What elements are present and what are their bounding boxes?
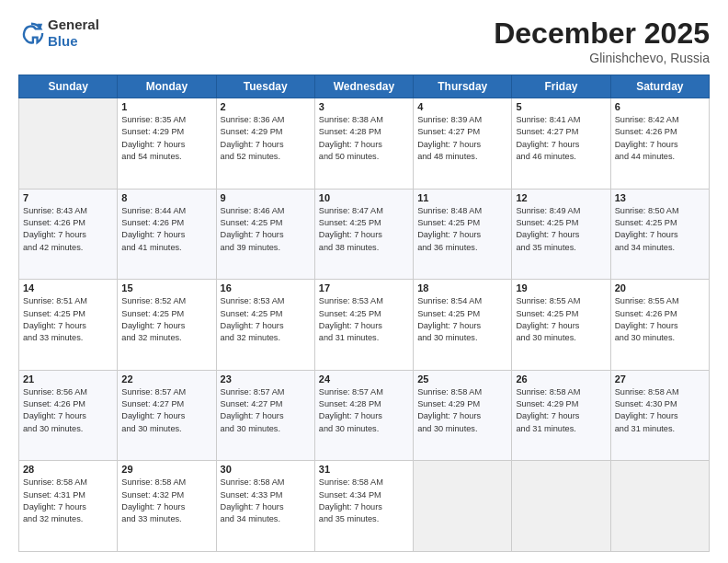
cell-info: Sunrise: 8:58 AMSunset: 4:32 PMDaylight:… — [121, 477, 211, 525]
cell-info: Sunrise: 8:35 AMSunset: 4:29 PMDaylight:… — [121, 114, 211, 163]
calendar-cell: 10Sunrise: 8:47 AMSunset: 4:25 PMDayligh… — [314, 189, 413, 280]
calendar-cell — [610, 461, 709, 552]
day-number: 25 — [417, 373, 507, 385]
calendar-cell: 1Sunrise: 8:35 AMSunset: 4:29 PMDaylight… — [118, 98, 216, 190]
cell-info: Sunrise: 8:43 AMSunset: 4:26 PMDaylight:… — [23, 205, 113, 254]
day-header-saturday: Saturday — [610, 75, 709, 98]
calendar-cell: 17Sunrise: 8:53 AMSunset: 4:25 PMDayligh… — [314, 280, 413, 371]
day-number: 22 — [121, 373, 211, 385]
day-number: 30 — [221, 464, 311, 475]
cell-info: Sunrise: 8:56 AMSunset: 4:26 PMDaylight:… — [23, 386, 113, 435]
calendar-cell: 8Sunrise: 8:44 AMSunset: 4:26 PMDaylight… — [118, 189, 216, 280]
cell-info: Sunrise: 8:58 AMSunset: 4:29 PMDaylight:… — [417, 386, 507, 435]
cell-info: Sunrise: 8:47 AMSunset: 4:25 PMDaylight:… — [319, 205, 409, 254]
cell-info: Sunrise: 8:46 AMSunset: 4:25 PMDaylight:… — [221, 205, 311, 254]
day-header-row: SundayMondayTuesdayWednesdayThursdayFrid… — [19, 75, 710, 98]
cell-info: Sunrise: 8:57 AMSunset: 4:27 PMDaylight:… — [221, 386, 311, 435]
month-title: December 2025 — [494, 17, 710, 51]
calendar-cell: 7Sunrise: 8:43 AMSunset: 4:26 PMDaylight… — [19, 189, 118, 280]
title-block: December 2025 Glinishchevo, Russia — [494, 17, 710, 65]
calendar-cell: 14Sunrise: 8:51 AMSunset: 4:25 PMDayligh… — [19, 280, 118, 371]
cell-info: Sunrise: 8:41 AMSunset: 4:27 PMDaylight:… — [516, 114, 606, 163]
day-number: 14 — [23, 282, 113, 293]
cell-info: Sunrise: 8:55 AMSunset: 4:26 PMDaylight:… — [615, 295, 705, 344]
calendar-cell: 2Sunrise: 8:36 AMSunset: 4:29 PMDaylight… — [216, 98, 314, 190]
calendar-cell — [512, 461, 610, 552]
location: Glinishchevo, Russia — [494, 51, 710, 65]
week-row-0: 1Sunrise: 8:35 AMSunset: 4:29 PMDaylight… — [19, 98, 710, 190]
calendar-cell: 23Sunrise: 8:57 AMSunset: 4:27 PMDayligh… — [216, 370, 314, 461]
day-number: 3 — [319, 101, 409, 112]
calendar-cell: 21Sunrise: 8:56 AMSunset: 4:26 PMDayligh… — [19, 370, 118, 461]
day-number: 27 — [615, 373, 705, 385]
calendar-cell — [19, 98, 118, 190]
calendar-cell: 3Sunrise: 8:38 AMSunset: 4:28 PMDaylight… — [314, 98, 413, 190]
calendar-cell: 11Sunrise: 8:48 AMSunset: 4:25 PMDayligh… — [414, 189, 512, 280]
logo: General Blue — [18, 17, 99, 50]
day-number: 16 — [221, 282, 311, 293]
cell-info: Sunrise: 8:44 AMSunset: 4:26 PMDaylight:… — [121, 205, 211, 254]
calendar-cell: 26Sunrise: 8:58 AMSunset: 4:29 PMDayligh… — [512, 370, 610, 461]
calendar-cell: 4Sunrise: 8:39 AMSunset: 4:27 PMDaylight… — [414, 98, 512, 190]
calendar-cell: 25Sunrise: 8:58 AMSunset: 4:29 PMDayligh… — [414, 370, 512, 461]
calendar-cell: 30Sunrise: 8:58 AMSunset: 4:33 PMDayligh… — [216, 461, 314, 552]
day-number: 8 — [121, 192, 211, 203]
week-row-4: 28Sunrise: 8:58 AMSunset: 4:31 PMDayligh… — [19, 461, 710, 552]
calendar-cell: 28Sunrise: 8:58 AMSunset: 4:31 PMDayligh… — [19, 461, 118, 552]
day-header-friday: Friday — [512, 75, 610, 98]
cell-info: Sunrise: 8:58 AMSunset: 4:34 PMDaylight:… — [319, 477, 409, 525]
calendar-cell: 31Sunrise: 8:58 AMSunset: 4:34 PMDayligh… — [314, 461, 413, 552]
cell-info: Sunrise: 8:58 AMSunset: 4:31 PMDaylight:… — [23, 477, 113, 525]
calendar-cell: 9Sunrise: 8:46 AMSunset: 4:25 PMDaylight… — [216, 189, 314, 280]
cell-info: Sunrise: 8:58 AMSunset: 4:30 PMDaylight:… — [615, 386, 705, 435]
cell-info: Sunrise: 8:38 AMSunset: 4:28 PMDaylight:… — [319, 114, 409, 163]
week-row-3: 21Sunrise: 8:56 AMSunset: 4:26 PMDayligh… — [19, 370, 710, 461]
cell-info: Sunrise: 8:54 AMSunset: 4:25 PMDaylight:… — [417, 295, 507, 344]
cell-info: Sunrise: 8:57 AMSunset: 4:27 PMDaylight:… — [121, 386, 211, 435]
day-number: 31 — [319, 464, 409, 475]
calendar-cell: 29Sunrise: 8:58 AMSunset: 4:32 PMDayligh… — [118, 461, 216, 552]
calendar-table: SundayMondayTuesdayWednesdayThursdayFrid… — [18, 75, 710, 552]
day-number: 1 — [121, 101, 211, 112]
cell-info: Sunrise: 8:36 AMSunset: 4:29 PMDaylight:… — [221, 114, 311, 163]
calendar-cell: 22Sunrise: 8:57 AMSunset: 4:27 PMDayligh… — [118, 370, 216, 461]
day-number: 21 — [23, 373, 113, 385]
cell-info: Sunrise: 8:42 AMSunset: 4:26 PMDaylight:… — [615, 114, 705, 163]
day-header-sunday: Sunday — [19, 75, 118, 98]
day-number: 17 — [319, 282, 409, 293]
calendar-cell: 15Sunrise: 8:52 AMSunset: 4:25 PMDayligh… — [118, 280, 216, 371]
day-header-wednesday: Wednesday — [314, 75, 413, 98]
cell-info: Sunrise: 8:51 AMSunset: 4:25 PMDaylight:… — [23, 295, 113, 344]
calendar-cell: 18Sunrise: 8:54 AMSunset: 4:25 PMDayligh… — [414, 280, 512, 371]
calendar-cell: 12Sunrise: 8:49 AMSunset: 4:25 PMDayligh… — [512, 189, 610, 280]
cell-info: Sunrise: 8:50 AMSunset: 4:25 PMDaylight:… — [615, 205, 705, 254]
day-number: 13 — [615, 192, 705, 203]
day-number: 28 — [23, 464, 113, 475]
day-number: 4 — [417, 101, 507, 112]
cell-info: Sunrise: 8:55 AMSunset: 4:25 PMDaylight:… — [516, 295, 606, 344]
day-number: 2 — [221, 101, 311, 112]
logo-icon — [18, 20, 44, 46]
calendar-cell: 27Sunrise: 8:58 AMSunset: 4:30 PMDayligh… — [610, 370, 709, 461]
week-row-1: 7Sunrise: 8:43 AMSunset: 4:26 PMDaylight… — [19, 189, 710, 280]
calendar-cell: 24Sunrise: 8:57 AMSunset: 4:28 PMDayligh… — [314, 370, 413, 461]
calendar-cell — [414, 461, 512, 552]
calendar-cell: 13Sunrise: 8:50 AMSunset: 4:25 PMDayligh… — [610, 189, 709, 280]
cell-info: Sunrise: 8:52 AMSunset: 4:25 PMDaylight:… — [121, 295, 211, 344]
cell-info: Sunrise: 8:49 AMSunset: 4:25 PMDaylight:… — [516, 205, 606, 254]
day-number: 5 — [516, 101, 606, 112]
cell-info: Sunrise: 8:57 AMSunset: 4:28 PMDaylight:… — [319, 386, 409, 435]
day-number: 12 — [516, 192, 606, 203]
day-number: 29 — [121, 464, 211, 475]
cell-info: Sunrise: 8:58 AMSunset: 4:33 PMDaylight:… — [221, 477, 311, 525]
header: General Blue December 2025 Glinishchevo,… — [18, 17, 710, 65]
day-number: 18 — [417, 282, 507, 293]
day-number: 6 — [615, 101, 705, 112]
week-row-2: 14Sunrise: 8:51 AMSunset: 4:25 PMDayligh… — [19, 280, 710, 371]
cell-info: Sunrise: 8:53 AMSunset: 4:25 PMDaylight:… — [221, 295, 311, 344]
calendar-cell: 19Sunrise: 8:55 AMSunset: 4:25 PMDayligh… — [512, 280, 610, 371]
day-number: 10 — [319, 192, 409, 203]
cell-info: Sunrise: 8:48 AMSunset: 4:25 PMDaylight:… — [417, 205, 507, 254]
calendar-cell: 6Sunrise: 8:42 AMSunset: 4:26 PMDaylight… — [610, 98, 709, 190]
day-number: 19 — [516, 282, 606, 293]
